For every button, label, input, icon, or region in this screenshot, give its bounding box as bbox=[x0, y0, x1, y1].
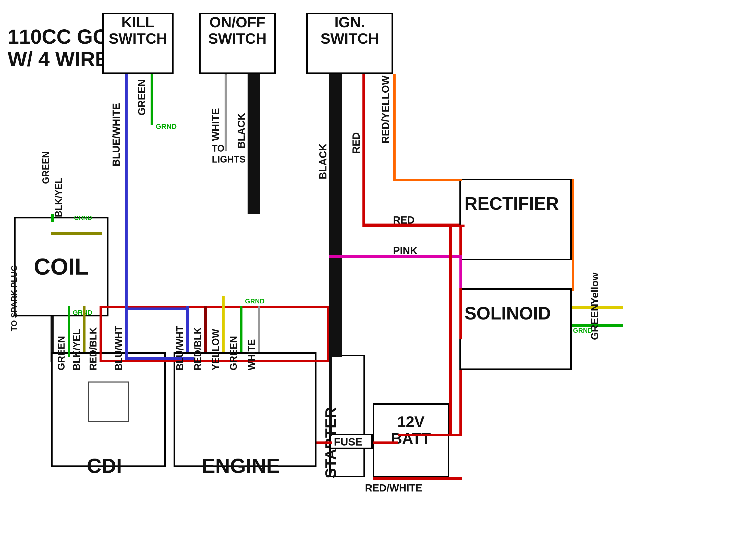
wiring-diagram: 110CC GO KARTW/ 4 WIRE CDI COIL TO SPARK… bbox=[0, 0, 756, 554]
cdi-blkyel-wire-v bbox=[83, 306, 86, 352]
rect-sol-red bbox=[460, 288, 462, 339]
cdi-label: CDI bbox=[87, 454, 122, 478]
eng-white-wire-v bbox=[258, 306, 260, 352]
sol-batt-red-v bbox=[460, 370, 462, 436]
ign-switch-label: IGN.SWITCH bbox=[307, 14, 392, 47]
rect-yellow-v bbox=[572, 179, 574, 291]
solinoid-box bbox=[460, 288, 572, 370]
green-kill-wire bbox=[151, 74, 153, 125]
red-yellow-label: RED/YELLOW bbox=[380, 75, 391, 144]
coil-blkyel-wire bbox=[51, 232, 102, 235]
eng-redblk-label: RED/BLK bbox=[193, 327, 203, 371]
pink-label: PINK bbox=[393, 245, 418, 257]
cdi-blkyel-label: BLK/YEL bbox=[71, 329, 82, 371]
cdi-redblk-label: RED/BLK bbox=[88, 327, 99, 371]
cdi-eng-blue-h bbox=[125, 308, 189, 310]
coil-box: COIL bbox=[14, 217, 108, 317]
green-kill-label: GREEN bbox=[136, 79, 148, 115]
red-ign-label: RED bbox=[350, 132, 362, 154]
ign-black-to-starter bbox=[329, 357, 332, 436]
engine-label: ENGINE bbox=[202, 454, 280, 478]
red-rect-label: RED bbox=[393, 214, 415, 226]
solinoid-yellow-label: Yellow bbox=[589, 273, 601, 304]
white-label: WHITE bbox=[210, 108, 222, 141]
black-ign-label: BLACK bbox=[317, 144, 329, 179]
eng-yellow-wire-v bbox=[222, 296, 225, 352]
kill-switch-label: KILLSWITCH bbox=[103, 14, 173, 47]
cdi-green-wire-v bbox=[68, 306, 70, 357]
black-onoff-wire bbox=[248, 74, 260, 214]
eng-green-wire-v bbox=[240, 306, 242, 352]
kill-grnd-label: GRND bbox=[156, 122, 177, 131]
fuse-right-wire bbox=[373, 441, 398, 444]
eng-bluwht-label: BLU/WHT bbox=[175, 326, 185, 370]
cdi-green-grnd: GRND bbox=[73, 309, 92, 317]
coil-blkyel-label: BLK/YEL bbox=[53, 178, 64, 217]
rectifier-box bbox=[460, 179, 572, 260]
white-wire-v bbox=[225, 74, 227, 151]
red-battery-wire-v bbox=[449, 225, 452, 434]
cdi-bluwht-wire bbox=[125, 306, 127, 352]
pink-wire-v bbox=[460, 255, 462, 291]
red-ign-wire-v bbox=[363, 74, 365, 227]
fuse-left-wire bbox=[317, 441, 332, 444]
solinoid-label: SOLINOID bbox=[465, 304, 551, 323]
rect-red-top bbox=[363, 225, 465, 227]
coil-green-label: GREEN bbox=[41, 151, 51, 184]
coil-grnd-label: GRND bbox=[74, 214, 92, 221]
batt-red-white-wire bbox=[373, 477, 462, 480]
eng-green-label: GREEN bbox=[228, 336, 239, 370]
black-ign-wire bbox=[329, 74, 342, 357]
coil-label: COIL bbox=[34, 254, 89, 280]
on-off-switch-label: ON/OFFSWITCH bbox=[200, 14, 275, 47]
red-white-label: RED/WHITE bbox=[365, 482, 422, 494]
rectifier-label: RECTIFIER bbox=[465, 194, 559, 214]
eng-yellow-label: YELLOW bbox=[210, 329, 221, 371]
cdi-box bbox=[51, 352, 166, 467]
black-onoff-label: BLACK bbox=[235, 113, 247, 149]
to-spark-plug-label: TO SPARK PLUG bbox=[9, 265, 19, 331]
eng-white-label: WHITE bbox=[246, 339, 257, 370]
blue-white-label: BLUE/WHITE bbox=[111, 103, 122, 167]
fuse-label: FUSE bbox=[334, 436, 363, 448]
eng-bluwht-wire-v bbox=[186, 306, 189, 352]
solinoid-grnd: GRND bbox=[573, 327, 593, 335]
sol-batt-red-h bbox=[398, 434, 462, 436]
red-yellow-wire-h bbox=[393, 179, 462, 181]
cdi-green-label: GREEN bbox=[56, 336, 67, 370]
red-yellow-wire-v bbox=[393, 74, 396, 181]
eng-redblk-wire-v bbox=[204, 306, 207, 352]
eng-grnd-label: GRND bbox=[245, 297, 265, 305]
cdi-bluwht-label: BLU/WHT bbox=[113, 326, 124, 370]
solinoid-green-label: GREEN bbox=[589, 304, 601, 340]
